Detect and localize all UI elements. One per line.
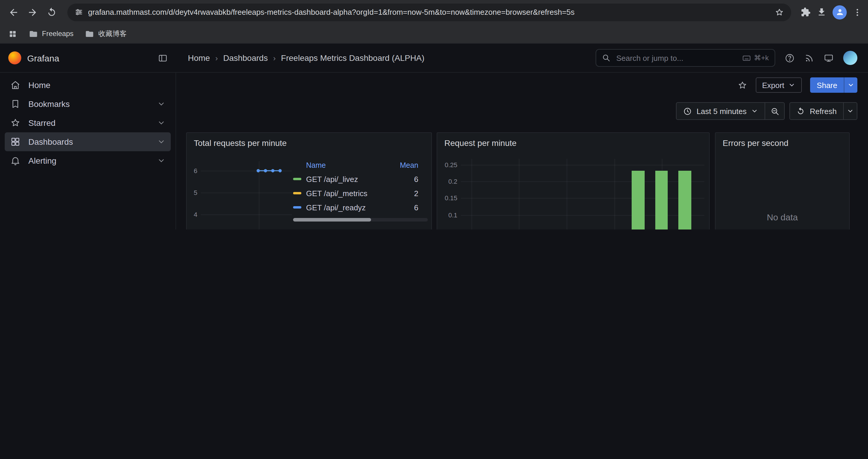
sidebar-item-alerting[interactable]: Alerting <box>5 151 171 170</box>
share-menu-button[interactable] <box>844 77 857 93</box>
tv-mode-icon[interactable] <box>824 53 834 63</box>
time-range-picker[interactable]: Last 5 minutes <box>676 102 766 120</box>
bar <box>678 170 691 230</box>
chevron-down-icon <box>751 107 758 114</box>
bar <box>655 170 668 230</box>
total-requests-chart[interactable]: 6543217:40 <box>189 161 292 230</box>
gridline <box>614 159 615 230</box>
browser-toolbar: grafana.mathmast.com/d/deytv4rwavabkb/fr… <box>0 0 868 24</box>
grafana-header: Grafana Home › Dashboards › Freeleaps Me… <box>0 44 868 73</box>
series-marker <box>293 178 301 180</box>
y-tick-label: 0.2 <box>448 178 457 185</box>
back-button[interactable] <box>5 3 23 21</box>
refresh-interval-button[interactable] <box>843 102 857 120</box>
dashboard-content: Export Share Last 5 minutes <box>176 73 868 230</box>
y-tick-label: 0.25 <box>445 161 457 168</box>
bookmark-label: 收藏博客 <box>98 29 127 39</box>
breadcrumb-home[interactable]: Home <box>188 53 210 63</box>
chevron-down-icon[interactable] <box>157 138 165 146</box>
legend-col-name[interactable]: Name <box>306 161 326 169</box>
downloads-icon[interactable] <box>816 7 827 17</box>
dock-menu-icon[interactable] <box>158 53 168 63</box>
panel-total-requests: Total requests per minute 6543217:40 Nam… <box>186 132 432 230</box>
menu-dots-icon[interactable] <box>852 7 862 17</box>
legend-col-mean[interactable]: Mean <box>382 161 418 169</box>
grafana-brand: Grafana <box>0 52 176 64</box>
zoom-out-button[interactable] <box>765 102 785 120</box>
sidebar: Home Bookmarks Starred <box>0 73 176 230</box>
keyboard-icon <box>742 54 751 62</box>
panel-title[interactable]: Request per minute <box>437 133 709 148</box>
series-plot <box>201 161 292 230</box>
search-shortcut: ⌘+k <box>742 54 769 62</box>
news-rss-icon[interactable] <box>804 53 814 63</box>
url-bar[interactable]: grafana.mathmast.com/d/deytv4rwavabkb/fr… <box>67 3 791 21</box>
grafana-logo-icon[interactable] <box>8 52 21 64</box>
bell-icon <box>10 155 21 166</box>
clock-icon <box>683 107 692 116</box>
breadcrumb-separator: › <box>268 54 281 62</box>
user-avatar[interactable] <box>843 51 857 65</box>
url-text: grafana.mathmast.com/d/deytv4rwavabkb/fr… <box>88 8 770 17</box>
chevron-down-icon <box>788 81 796 89</box>
favorite-star-button[interactable] <box>737 80 747 90</box>
search-box[interactable]: ⌘+k <box>596 49 775 67</box>
legend-row[interactable]: GET /api/_metrics 2 <box>293 186 428 200</box>
reload-button[interactable] <box>42 3 60 21</box>
star-icon <box>737 80 747 90</box>
dashboard-actions: Export Share <box>737 77 857 93</box>
profile-avatar[interactable] <box>833 5 847 19</box>
bookmark-item-freeleaps[interactable]: Freeleaps <box>29 29 73 38</box>
star-icon <box>10 118 21 128</box>
brand-name: Grafana <box>27 53 152 63</box>
apps-grid-icon[interactable] <box>8 29 17 38</box>
bookmark-label: Freeleaps <box>42 30 73 38</box>
breadcrumb-dashboards[interactable]: Dashboards <box>223 53 268 63</box>
folder-icon <box>29 29 38 38</box>
sidebar-item-dashboards[interactable]: Dashboards <box>5 132 171 151</box>
person-icon <box>835 8 844 17</box>
legend-row[interactable]: GET /api/_readyz 6 <box>293 200 428 215</box>
time-controls: Last 5 minutes Refresh <box>676 102 857 120</box>
series-marker <box>293 206 301 208</box>
bar <box>632 170 645 230</box>
dashboards-icon <box>10 136 21 147</box>
reload-icon <box>46 7 56 17</box>
legend-row[interactable]: GET /api/_livez 6 <box>293 172 428 186</box>
legend-scrollbar[interactable] <box>293 218 428 222</box>
sidebar-item-bookmarks[interactable]: Bookmarks <box>5 95 171 113</box>
forward-icon <box>27 7 38 18</box>
panel-errors-per-second: Errors per second No data <box>715 132 850 230</box>
folder-icon <box>85 29 94 38</box>
share-button[interactable]: Share <box>810 77 844 93</box>
extensions-icon[interactable] <box>801 7 811 17</box>
chevron-down-icon[interactable] <box>157 100 165 108</box>
search-input[interactable] <box>615 53 737 63</box>
y-tick-label: 5 <box>194 189 197 196</box>
sidebar-item-home[interactable]: Home <box>5 76 171 95</box>
bookmark-icon <box>10 99 21 109</box>
panel-title[interactable]: Total requests per minute <box>187 133 431 148</box>
zoom-out-icon <box>771 107 779 116</box>
y-tick-label: 0.05 <box>445 228 457 230</box>
refresh-button[interactable]: Refresh <box>790 102 844 120</box>
chevron-down-icon[interactable] <box>157 157 165 165</box>
scrollbar-thumb[interactable] <box>293 218 371 222</box>
export-button[interactable]: Export <box>755 77 802 93</box>
search-icon <box>602 54 610 62</box>
bookmarks-bar: Freeleaps 收藏博客 <box>0 24 868 44</box>
panel-title[interactable]: Errors per second <box>716 133 849 148</box>
share-split-button: Share <box>810 77 857 93</box>
bookmark-star-icon[interactable] <box>775 7 784 17</box>
sidebar-item-starred[interactable]: Starred <box>5 113 171 132</box>
browser-chrome: grafana.mathmast.com/d/deytv4rwavabkb/fr… <box>0 0 868 44</box>
breadcrumb: Home › Dashboards › Freeleaps Metrics Da… <box>188 53 425 63</box>
chevron-down-icon[interactable] <box>157 119 165 127</box>
forward-button[interactable] <box>24 3 41 21</box>
bookmark-item-blogs[interactable]: 收藏博客 <box>85 29 127 39</box>
refresh-icon <box>797 107 805 115</box>
help-icon[interactable] <box>785 53 795 63</box>
site-settings-icon[interactable] <box>74 8 83 17</box>
breadcrumb-separator: › <box>210 54 223 62</box>
request-per-minute-chart[interactable]: 0.250.20.150.10.05017:37:0017:38:0017:39… <box>442 159 704 230</box>
